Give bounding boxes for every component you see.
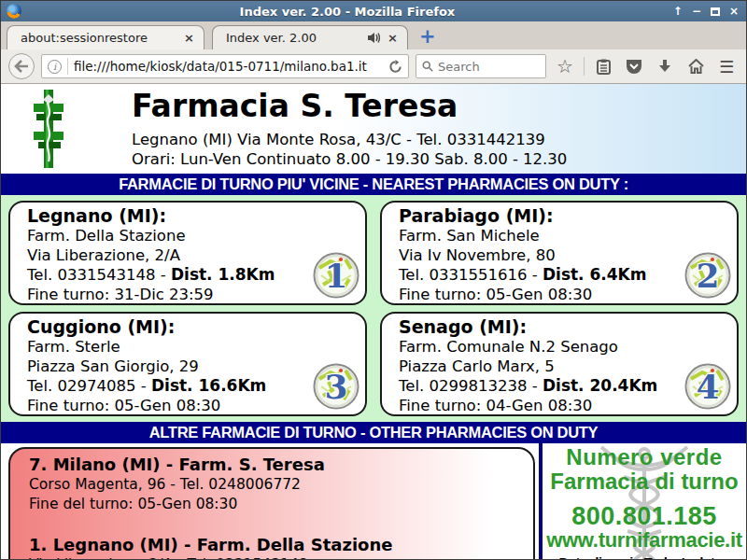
card-city: Senago (MI): [399,316,737,337]
search-icon [422,60,433,73]
menu-icon[interactable]: ☰ [714,57,739,77]
other-pharmacies-list: 7. Milano (MI) - Farm. S. Teresa Corso M… [8,447,535,559]
card-city: Parabiago (MI): [399,205,737,226]
nearest-pharmacies-banner: FARMACIE DI TURNO PIU' VICINE - NEAREST … [1,174,746,195]
rank-badge-icon: 1 [313,252,359,299]
back-arrow-icon [14,60,29,73]
nearest-pharmacies-grid: Legnano (MI): Farm. Della Stazione Via L… [1,195,746,422]
other-pharmacy-title: 1. Legnano (MI) - Farm. Della Stazione [29,535,533,555]
pharmacy-card-3: Cuggiono (MI): Farm. Sterle Piazza San G… [8,312,367,416]
navigation-toolbar: i ☆ [1,49,746,84]
toll-free-panel: Numero verde Farmacia di turno 800.801.1… [539,443,746,559]
svg-text:1: 1 [324,256,347,295]
other-pharmacy-address: Corso Magenta, 96 - Tel. 0248006772 [29,475,533,495]
tab-sessionrestore[interactable]: about:sessionrestore × [7,25,204,49]
other-pharmacy-shift: Fine del turno: 05-Gen 08:30 [29,495,533,514]
tab-label: Index ver. 2.00 [226,31,359,45]
search-bar[interactable] [416,54,546,78]
toll-free-label-2: Farmacia di turno [543,469,746,494]
tab-audio-icon[interactable] [367,32,380,44]
bookmark-star-icon[interactable]: ☆ [553,55,577,77]
pharmacy-hours: Orari: Lun-Ven Continuato 8.00 - 19.30 S… [132,149,567,169]
pharmacy-card-2: Parabiago (MI): Farm. San Michele Via Iv… [380,201,739,305]
bookmarks-menu-icon[interactable] [591,59,615,75]
shade-window-button[interactable]: ↑ [673,5,683,18]
page-info-icon[interactable]: i [48,60,62,74]
toll-free-label-1: Numero verde [543,445,746,469]
page-content: Farmacia S. Teresa Legnano (MI) Via Mont… [1,84,746,559]
svg-text:4: 4 [696,367,719,406]
close-window-button[interactable]: × [729,5,739,18]
pharmacy-address: Legnano (MI) Via Monte Rosa, 43/C - Tel.… [132,130,567,149]
card-name: Farm. Comunale N.2 Senago [399,337,737,357]
svg-text:3: 3 [324,367,347,406]
turnifarmacie-link[interactable]: www.turnifarmacie.it [543,529,746,552]
tab-label: about:sessionrestore [21,31,176,45]
restore-button[interactable] [711,7,720,16]
tab-close-icon[interactable]: × [184,31,194,45]
tab-index[interactable]: Index ver. 2.00 × [212,25,408,49]
card-name: Farm. Sterle [27,337,365,357]
card-name: Farm. Della Stazione [27,226,365,245]
pharmacy-title: Farmacia S. Teresa [132,89,567,124]
search-input[interactable] [438,60,540,74]
toll-free-number: 800.801.185 [543,503,746,529]
pharmacy-card-1: Legnano (MI): Farm. Della Stazione Via L… [8,201,367,305]
rank-badge-icon: 2 [684,252,731,299]
tab-close-icon[interactable]: × [388,31,398,45]
rank-badge-icon: 4 [684,363,731,410]
other-pharmacy-title: 7. Milano (MI) - Farm. S. Teresa [29,455,533,475]
pocket-icon[interactable] [622,59,646,75]
pharmacy-cross-logo-icon [33,89,64,169]
other-pharmacy-address: Via Liberazione, 2/A - Tel. 0331543148 [29,555,533,559]
todays-date-label: Data di oggi - Today's date : [543,555,746,559]
new-tab-button[interactable]: + [408,25,445,49]
window-title: Index ver. 2.00 - Mozilla Firefox [21,5,673,19]
home-icon[interactable] [684,59,708,74]
pharmacy-header: Farmacia S. Teresa Legnano (MI) Via Mont… [1,84,746,174]
firefox-icon [7,4,21,19]
other-pharmacies-section: 7. Milano (MI) - Farm. S. Teresa Corso M… [1,443,746,559]
svg-text:2: 2 [696,256,719,295]
card-city: Legnano (MI): [27,205,365,226]
minimize-button[interactable]: − [692,5,701,18]
browser-window: Index ver. 2.00 - Mozilla Firefox ↑ − × … [0,0,747,560]
reload-icon[interactable] [388,60,402,74]
list-item: 7. Milano (MI) - Farm. S. Teresa Corso M… [29,455,533,514]
tab-bar: about:sessionrestore × Index ver. 2.00 ×… [1,21,746,49]
pharmacy-card-4: Senago (MI): Farm. Comunale N.2 Senago P… [380,312,739,416]
list-item: 1. Legnano (MI) - Farm. Della Stazione V… [29,535,533,559]
url-bar[interactable]: i [41,54,409,78]
back-button[interactable] [8,53,35,79]
rank-badge-icon: 3 [313,363,359,410]
url-input[interactable] [74,59,383,74]
card-city: Cuggiono (MI): [27,316,365,337]
title-bar: Index ver. 2.00 - Mozilla Firefox ↑ − × [1,1,746,21]
other-pharmacies-banner: ALTRE FARMACIE DI TURNO - OTHER PHARMACI… [1,422,746,443]
downloads-icon[interactable] [653,59,677,74]
card-name: Farm. San Michele [399,226,737,245]
